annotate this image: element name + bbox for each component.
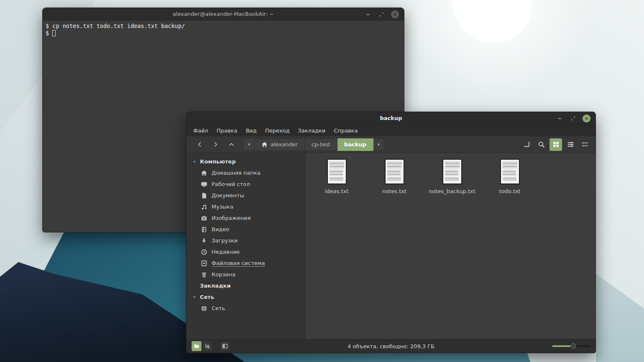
sidebar-item-label: Сеть	[212, 305, 225, 311]
maximize-icon[interactable]	[378, 10, 385, 18]
status-text: 4 объекта, свободно: 209,3 ГБ	[187, 343, 595, 349]
sidebar-item-label: Корзина	[212, 271, 235, 278]
menu-item-3[interactable]: Вид	[241, 126, 261, 135]
text-file-thumbnail	[385, 159, 404, 184]
sidebar-item-Музыка[interactable]: Музыка	[187, 201, 305, 212]
sidebar-item-label: Видео	[212, 226, 229, 232]
home-icon	[261, 141, 268, 148]
sidebar-item-label: Домашняя папка	[212, 170, 261, 176]
expander-triangle-icon[interactable]	[192, 295, 197, 299]
terminal-cursor	[52, 30, 56, 36]
breadcrumb-scroll-left[interactable]	[243, 138, 255, 151]
minimize-icon[interactable]	[364, 10, 372, 18]
menu-item-1[interactable]: Файл	[189, 126, 212, 135]
home-icon	[201, 170, 207, 176]
text-file-thumbnail	[500, 159, 520, 184]
maximize-icon[interactable]	[569, 115, 577, 122]
sidebar-item-label: Недавние	[212, 249, 240, 255]
menu-item-2[interactable]: Правка	[212, 126, 241, 135]
video-icon	[201, 226, 207, 233]
statusbar: 4 объекта, свободно: 209,3 ГБ	[187, 339, 595, 353]
breadcrumb-scroll-right[interactable]	[373, 138, 384, 151]
recent-icon	[201, 249, 207, 255]
terminal-title: alexander@alexander-MacBookAir: ~	[43, 11, 404, 17]
breadcrumb-label: alexander	[271, 141, 298, 148]
menu-item-4[interactable]: Переход	[261, 126, 294, 135]
sidebar-header-label: Закладки	[200, 283, 231, 289]
terminal-line: $	[46, 30, 401, 37]
sidebar-item-Видео[interactable]: Видео	[187, 224, 305, 235]
file-item-notes_backup.txt[interactable]: notes_backup.txt	[425, 159, 479, 194]
sidebar-item-Недавние[interactable]: Недавние	[187, 246, 305, 257]
file-item-ideas.txt[interactable]: ideas.txt	[310, 159, 363, 194]
filesystem-icon	[201, 260, 207, 267]
zoom-slider-handle[interactable]	[570, 343, 576, 349]
music-icon	[201, 204, 207, 210]
list-view-button[interactable]	[565, 139, 576, 150]
file-name: ideas.txt	[325, 188, 349, 194]
sidebar-item-Домашняя папка[interactable]: Домашняя папка	[187, 167, 305, 178]
network-icon	[201, 305, 207, 312]
text-file-thumbnail	[442, 159, 462, 184]
search-icon[interactable]	[535, 139, 547, 150]
close-icon[interactable]	[583, 115, 590, 122]
breadcrumb-backup[interactable]: backup	[337, 138, 373, 151]
sidebar-item-label: Загрузки	[212, 237, 238, 244]
sidebar-item-Сеть[interactable]: Сеть	[187, 303, 305, 314]
forward-button[interactable]	[207, 138, 223, 151]
up-button[interactable]	[223, 138, 239, 151]
zoom-slider[interactable]	[552, 342, 590, 350]
menu-item-6[interactable]: Справка	[330, 126, 362, 135]
toolbar: alexandercp-testbackup	[187, 136, 595, 153]
file-manager-title: backup	[187, 115, 595, 121]
file-name: notes.txt	[382, 188, 406, 194]
breadcrumb-label: cp-test	[312, 141, 330, 148]
minimize-icon[interactable]	[556, 115, 563, 122]
sidebar-header-label: Компьютер	[200, 158, 236, 165]
desktop-icon	[201, 181, 207, 188]
treeview-toggle-button[interactable]	[202, 341, 212, 351]
file-item-notes.txt[interactable]: notes.txt	[368, 159, 421, 194]
sidebar-item-Изображения[interactable]: Изображения	[187, 212, 305, 224]
sidebar-item-Корзина[interactable]: Корзина	[187, 269, 305, 280]
breadcrumb-alexander[interactable]: alexander	[255, 138, 305, 151]
breadcrumb-cp-test[interactable]: cp-test	[305, 138, 337, 151]
sidebar-item-label: Документы	[212, 192, 244, 199]
terminal-titlebar[interactable]: alexander@alexander-MacBookAir: ~	[43, 8, 404, 20]
sidebar: КомпьютерДомашняя папкаРабочий столДокум…	[187, 153, 306, 339]
expander-triangle-icon[interactable]	[192, 160, 197, 164]
terminal-text: $	[46, 30, 49, 37]
sidebar-header-Компьютер[interactable]: Компьютер	[187, 156, 305, 167]
sidebar-header-Сеть[interactable]: Сеть	[187, 291, 305, 303]
sidebar-item-Загрузки[interactable]: Загрузки	[187, 235, 305, 246]
image-icon	[201, 215, 207, 222]
sidebar-header-Закладки: Закладки	[187, 280, 305, 291]
grid-view-button[interactable]	[549, 138, 562, 151]
compact-view-button[interactable]	[579, 139, 590, 150]
sidebar-item-Документы[interactable]: Документы	[187, 190, 305, 201]
sidebar-item-Файловая система[interactable]: Файловая система	[187, 257, 305, 269]
file-name: todo.txt	[499, 188, 520, 194]
file-manager-window: backup ФайлПравкаВидПереходЗакладкиСправ…	[186, 112, 596, 353]
trash-icon	[201, 271, 207, 278]
close-icon[interactable]	[391, 10, 399, 18]
document-icon	[201, 192, 207, 199]
menu-item-5[interactable]: Закладки	[294, 126, 330, 135]
file-manager-titlebar[interactable]: backup	[187, 112, 595, 125]
sidebar-item-label: Рабочий стол	[212, 181, 250, 187]
breadcrumb: alexandercp-testbackup	[243, 138, 384, 151]
edit-location-icon[interactable]	[521, 139, 533, 150]
places-toggle-button[interactable]	[192, 341, 202, 351]
text-file-thumbnail	[327, 159, 347, 184]
sidebar-item-label: Файловая система	[212, 260, 265, 266]
sidebar-item-Рабочий стол[interactable]: Рабочий стол	[187, 178, 305, 190]
back-button[interactable]	[192, 138, 207, 151]
sidebar-item-label: Изображения	[212, 215, 250, 221]
sidebar-item-label: Музыка	[212, 204, 233, 210]
file-name: notes_backup.txt	[429, 188, 475, 194]
hide-sidepane-button[interactable]	[220, 341, 230, 351]
terminal-line: $ cp notes.txt todo.txt ideas.txt backup…	[46, 23, 401, 30]
file-list[interactable]: ideas.txtnotes.txtnotes_backup.txttodo.t…	[306, 153, 595, 339]
download-icon	[201, 237, 207, 244]
file-item-todo.txt[interactable]: todo.txt	[483, 159, 537, 194]
